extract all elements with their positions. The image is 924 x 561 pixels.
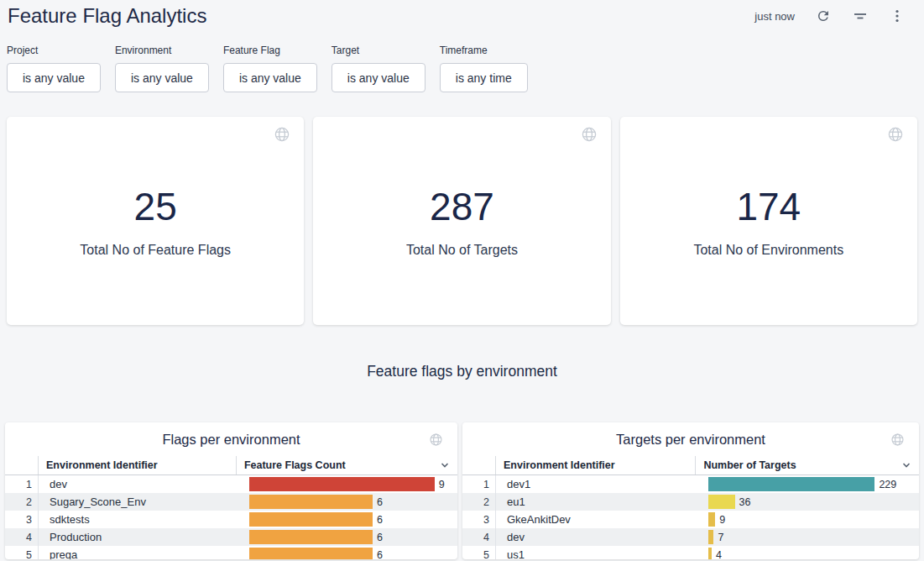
filter-feature-flag-label: Feature Flag [223,45,317,56]
environment-cell[interactable]: dev1 [496,475,695,493]
bar-cell: 36 [695,493,919,511]
filter-timeframe-label: Timeframe [440,45,528,56]
kebab-menu-icon[interactable] [889,8,906,24]
table-header: Environment Identifier Feature Flags Cou… [5,456,457,475]
filter-environment-button[interactable]: is any value [115,63,209,92]
kpi-card-targets: 287 Total No of Targets [313,117,610,325]
environment-cell[interactable]: Production [39,528,236,546]
row-index: 4 [5,528,39,546]
value-bar[interactable] [249,495,373,509]
bar-cell: 229 [695,475,919,493]
value-bar[interactable] [708,548,712,559]
filter-target: Target is any value [331,45,425,92]
bar-value-label: 6 [377,514,383,526]
table-row: 5prega6 [5,546,457,559]
value-bar[interactable] [708,530,713,544]
table-row: 3GkeAnkitDev9 [462,511,919,528]
row-index-column-header [462,456,496,474]
filter-feature-flag: Feature Flag is any value [223,45,317,92]
environment-column-header[interactable]: Environment Identifier [39,456,236,474]
bar-value-label: 6 [377,532,383,543]
section-title: Feature flags by environment [0,362,924,380]
bar-value-label: 36 [739,496,751,508]
environment-cell[interactable]: us1 [496,546,695,559]
value-bar[interactable] [249,530,373,544]
row-index: 2 [462,493,496,511]
bar-cell: 6 [236,546,457,559]
row-index: 3 [5,511,39,528]
chevron-down-icon[interactable] [901,459,912,474]
filter-target-label: Target [331,45,425,56]
bar-cell: 7 [695,528,919,546]
environment-cell[interactable]: dev [39,475,236,493]
row-index: 4 [462,528,496,546]
environment-cell[interactable]: GkeAnkitDev [496,511,695,528]
bar-cell: 6 [236,528,457,546]
row-index: 1 [5,475,39,493]
bar-value-label: 229 [879,479,896,490]
kpi-label: Total No of Environments [693,243,843,258]
filter-project-label: Project [7,45,101,56]
chevron-down-icon[interactable] [439,459,451,474]
value-bar[interactable] [708,477,874,491]
value-bar[interactable] [249,512,373,527]
environment-column-header[interactable]: Environment Identifier [496,456,695,474]
filter-feature-flag-button[interactable]: is any value [223,63,317,92]
bar-value-label: 6 [377,549,383,560]
value-bar[interactable] [708,512,715,527]
bar-cell: 9 [236,475,457,493]
header-actions: just now [754,8,906,24]
row-index: 5 [462,546,496,559]
filter-timeframe-button[interactable]: is any time [440,63,528,92]
row-index: 5 [5,546,39,559]
filter-icon[interactable] [852,8,869,24]
bar-cell: 4 [695,546,919,559]
globe-icon [429,433,443,450]
last-updated-label: just now [754,10,795,23]
table-row: 2eu136 [462,493,919,511]
count-column-header[interactable]: Number of Targets [695,456,919,474]
table-row: 5us14 [462,546,919,559]
charts-row: Flags per environment Environment Identi… [5,422,919,559]
row-index-column-header [5,456,39,474]
row-index: 2 [5,493,39,511]
globe-icon [887,126,904,146]
environment-cell[interactable]: dev [496,528,695,546]
row-index: 1 [462,475,496,493]
flags-per-environment-panel: Flags per environment Environment Identi… [5,422,457,559]
bar-value-label: 7 [718,532,723,543]
table-row: 4Production6 [5,528,457,546]
value-bar[interactable] [708,495,734,509]
refresh-icon[interactable] [815,8,832,24]
table-header: Environment Identifier Number of Targets [462,456,919,475]
dashboard-header: Feature Flag Analytics just now [0,0,924,29]
value-bar[interactable] [249,477,435,491]
filter-project-button[interactable]: is any value [7,63,101,92]
bar-cell: 6 [236,493,457,511]
kpi-value: 25 [134,184,177,229]
environment-cell[interactable]: eu1 [496,493,695,511]
globe-icon [274,126,290,146]
panel-title: Targets per environment [616,432,765,448]
value-bar[interactable] [249,548,373,559]
targets-per-environment-panel: Targets per environment Environment Iden… [462,422,919,559]
filter-project: Project is any value [7,45,101,92]
kpi-row: 25 Total No of Feature Flags 287 Total N… [7,117,917,325]
bar-cell: 6 [236,511,457,528]
filter-target-button[interactable]: is any value [331,63,425,92]
filter-bar: Project is any value Environment is any … [0,29,924,92]
panel-header: Targets per environment [462,422,919,456]
environment-cell[interactable]: sdktests [39,511,236,528]
kpi-value: 174 [736,184,801,229]
bar-value-label: 4 [716,549,722,560]
environment-cell[interactable]: Sugary_Scone_Env [39,493,236,511]
table-row: 4dev7 [462,528,919,546]
environment-cell[interactable]: prega [39,546,236,559]
filter-environment: Environment is any value [115,45,209,92]
table-row: 3sdktests6 [5,511,457,528]
kpi-label: Total No of Targets [406,243,518,258]
panel-title: Flags per environment [162,432,300,448]
count-column-header[interactable]: Feature Flags Count [236,456,457,474]
filter-environment-label: Environment [115,45,209,56]
kpi-card-environments: 174 Total No of Environments [620,117,917,325]
